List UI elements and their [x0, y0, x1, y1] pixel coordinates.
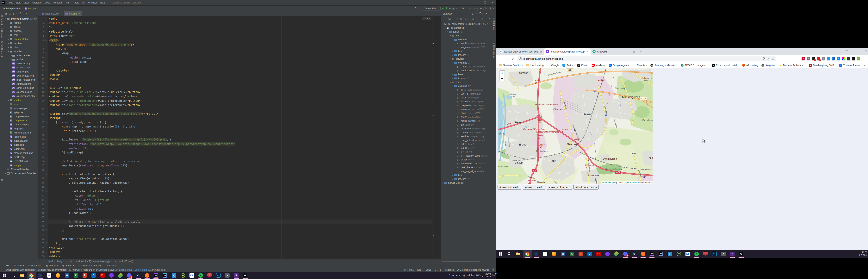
- toolwindow-services[interactable]: ◉Services: [62, 264, 74, 267]
- editor-tab-options-icon[interactable]: ⋮: [435, 11, 441, 16]
- back-button[interactable]: ←: [499, 57, 502, 60]
- tray-display2-icon[interactable]: [471, 274, 474, 277]
- bookmark-fiveguard[interactable]: Sfiveguard: [760, 63, 777, 67]
- tool-strip-pull-requests[interactable]: ⇅ Pull Requests: [1, 41, 3, 58]
- toolwindow-todo[interactable]: ☰TODO: [14, 264, 24, 267]
- git-rollback-button[interactable]: ↩: [480, 7, 482, 10]
- status-item-4[interactable]: 4 spaces: [444, 269, 454, 271]
- close-button[interactable]: ✕: [489, 0, 496, 5]
- db-item-job_id[interactable]: ▤job_idint = 1: [441, 146, 492, 150]
- expand-all-icon[interactable]: ≡̲: [16, 12, 18, 15]
- taskbar-icon-spotify[interactable]: ≋: [692, 250, 701, 258]
- taskbar-icon-drawio[interactable]: [116, 272, 125, 279]
- taskbar-icon-phpstorm[interactable]: PS: [648, 250, 656, 258]
- tab-notifications[interactable]: ◆ Notifications: [493, 42, 495, 58]
- project-item-head.inc.php[interactable]: phphead.inc.php: [4, 65, 38, 69]
- tray-display-icon[interactable]: [467, 274, 470, 277]
- bookmark-Expatpayrollportal[interactable]: ▼Expat payroll portal...: [711, 63, 740, 67]
- project-item-thuishulp-admin[interactable]: ▾thuishulp-adminE:\xam: [4, 17, 38, 21]
- db-item-house_number[interactable]: ▤house_numberint: [441, 119, 492, 123]
- extension-icon-4[interactable]: ⚙: [822, 57, 825, 60]
- menu-view[interactable]: View: [22, 1, 30, 4]
- db-item-phone[interactable]: ▤phonevarchar(25): [441, 111, 492, 115]
- profiler-button[interactable]: ◷: [453, 7, 455, 10]
- project-item-footer.inc.php[interactable]: phpfooter.inc.php: [4, 61, 38, 65]
- project-item-README.md[interactable]: MDREADME.md: [4, 159, 38, 163]
- browser-menu-icon[interactable]: ⋮: [862, 57, 865, 60]
- tray-clock[interactable]: 21:088-7-2023: [859, 251, 867, 256]
- tool-strip-commit[interactable]: ⌾ Commit: [1, 28, 3, 38]
- menu-window[interactable]: Window: [87, 1, 98, 4]
- project-item-vendor[interactable]: ▸vendor: [4, 98, 38, 102]
- menu-code[interactable]: Code: [43, 1, 52, 4]
- code-editor[interactable]: phphead.inc.php✕phptest.php✕ 12345⌄6⌄78⌄…: [38, 11, 435, 259]
- run-button[interactable]: ▶: [442, 7, 444, 10]
- status-item-3[interactable]: UTF-8: [435, 269, 441, 271]
- taskbar-icon-nzxt[interactable]: N: [728, 250, 737, 258]
- taskbar-icon-firefox[interactable]: [54, 272, 62, 279]
- project-item-main_header.inc.p[interactable]: phpmain_header.inc.p: [4, 78, 38, 82]
- browser-close-button[interactable]: ✕: [864, 49, 867, 53]
- taskbar-icon-nzxt[interactable]: N: [232, 272, 241, 279]
- db-item-service_id[interactable]: ⚷service_idint (auto incr: [441, 65, 492, 69]
- db-item-keys[interactable]: ▸keys2: [441, 72, 492, 76]
- project-item-.gitignore[interactable]: ⊘.gitignore: [4, 110, 38, 114]
- editor-tab-test.php[interactable]: phptest.php✕: [64, 11, 82, 16]
- extension-icon-2[interactable]: 1: [812, 57, 815, 60]
- tab-search-icon[interactable]: ˅: [846, 50, 848, 53]
- taskbar-icon-search[interactable]: [9, 272, 18, 279]
- extension-icon-1[interactable]: ?: [807, 57, 810, 60]
- taskbar-icon-discord[interactable]: 2: [125, 272, 134, 279]
- db-item-active[interactable]: ▤activeint = 1: [441, 142, 492, 146]
- breadcrumb-file[interactable]: test.php: [28, 7, 37, 10]
- project-item-dashboard.php[interactable]: phpdashboard.php: [4, 122, 38, 126]
- taskbar-icon-github[interactable]: [603, 250, 612, 258]
- project-item-profile[interactable]: ▸profile: [4, 57, 38, 61]
- taskbar-icon-steam[interactable]: [630, 250, 639, 258]
- breadcrumb-project[interactable]: thuishulp-admin: [3, 7, 21, 10]
- taskbar-icon-start[interactable]: [496, 250, 505, 258]
- bookmark-KaasHosting[interactable]: KaasHosting: [525, 63, 545, 67]
- reload-button[interactable]: ⟳: [512, 57, 514, 61]
- menu-run[interactable]: Run: [64, 1, 72, 4]
- status-item-0[interactable]: PHP: 8.1: [404, 269, 414, 271]
- project-item-documentation[interactable]: ▸documentation: [4, 37, 38, 41]
- zoom-in-button[interactable]: +: [500, 71, 504, 76]
- bookmark-GoogleAgenda[interactable]: 31Google Agenda: [608, 63, 631, 67]
- hide-icon[interactable]: ─: [489, 12, 490, 15]
- db-item-ss_homehelp193.108.200.10[interactable]: ▾ss_homehelp@193.108.200.101 of 2: [441, 22, 492, 26]
- hide-panel-icon[interactable]: ─: [29, 12, 30, 15]
- bookmark-StevensSolutions[interactable]: Stevens Solutions: [498, 63, 524, 67]
- db-item-residence[interactable]: ▤residencevarchar(255): [441, 127, 492, 131]
- breadcrumb-1[interactable]: body: [57, 260, 62, 263]
- project-item-core[interactable]: ▸core: [4, 33, 38, 37]
- extension-icon-8[interactable]: [842, 57, 845, 60]
- breadcrumb-3[interactable]: callback for $(document).ready(): [76, 260, 110, 263]
- close-tab-icon[interactable]: ✕: [60, 12, 62, 15]
- notification-center-icon[interactable]: 6: [493, 274, 495, 277]
- project-item-scroll-top.inc.php[interactable]: phpscroll-top.inc.php: [4, 86, 38, 90]
- bookmark-ThomasJonker[interactable]: ♫Thomas Jonker...: [838, 63, 863, 67]
- git-push-button[interactable]: ↗: [473, 7, 475, 10]
- taskbar-icon-word[interactable]: W: [62, 272, 71, 279]
- bookmark-ADSBExchanget[interactable]: ▲ADS-B Exchange - t...: [679, 63, 710, 67]
- extension-icon-11[interactable]: [857, 57, 860, 60]
- project-item-lang.inc.php[interactable]: phplang.inc.php: [4, 69, 38, 73]
- extension-icon-9[interactable]: 🐾: [847, 57, 850, 60]
- db-item-columns[interactable]: ▾columns2: [441, 61, 492, 65]
- tray-volume-icon[interactable]: [459, 274, 462, 277]
- edit-source-icon[interactable]: ✎: [476, 17, 479, 20]
- bookmark-ToAllAspiringStaff[interactable]: ★To All Aspiring Staff...: [808, 63, 837, 67]
- browser-maximize-button[interactable]: ❐: [858, 50, 860, 53]
- project-item-handler.php[interactable]: phphandler.php: [4, 135, 38, 139]
- bookmark-Exercism[interactable]: {:}Exercism: [631, 63, 648, 67]
- refresh-icon[interactable]: ⟳: [456, 17, 458, 20]
- taskbar-icon-clickup[interactable]: ^: [540, 250, 550, 258]
- menu-help[interactable]: Help: [98, 1, 106, 4]
- taskbar-icon-drawio[interactable]: [612, 250, 621, 258]
- db-item-job_id[interactable]: ⚷job_idint (auto increme: [441, 41, 492, 45]
- gear-icon[interactable]: ⚙: [25, 12, 27, 15]
- extension-icon-7[interactable]: ♪: [837, 57, 840, 60]
- git-update-button[interactable]: ↙: [466, 7, 468, 10]
- menu-file[interactable]: File: [8, 1, 15, 4]
